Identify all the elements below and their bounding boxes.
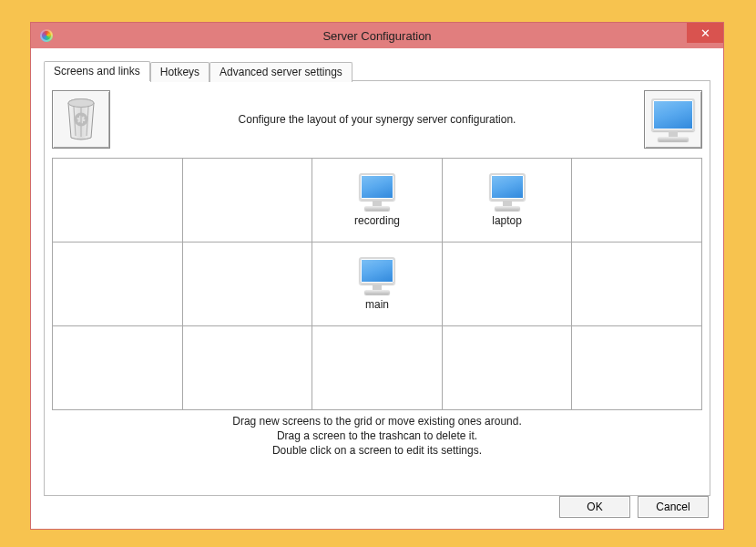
tab-panel-screens-and-links: Configure the layout of your synergy ser…	[44, 80, 710, 496]
hint-line: Drag a screen to the trashcan to delete …	[52, 428, 702, 443]
grid-cell[interactable]	[53, 243, 183, 326]
ok-button[interactable]: OK	[559, 496, 630, 518]
grid-cell[interactable]	[53, 159, 183, 243]
grid-cell[interactable]	[442, 243, 572, 326]
grid-cell[interactable]: main	[312, 243, 443, 326]
close-button[interactable]: ✕	[687, 23, 723, 43]
tabs: Screens and links Hotkeys Advanced serve…	[44, 61, 710, 81]
grid-cell[interactable]	[312, 326, 443, 410]
grid-cell[interactable]	[182, 326, 312, 410]
instructions-text: Configure the layout of your synergy ser…	[110, 113, 644, 126]
new-screen-source[interactable]	[644, 90, 702, 149]
tab-label: Advanced server settings	[220, 66, 342, 78]
monitor-icon	[359, 173, 395, 211]
grid-cell[interactable]	[182, 159, 312, 243]
trash-icon	[61, 96, 101, 143]
tab-screens-and-links[interactable]: Screens and links	[44, 61, 150, 81]
tab-label: Hotkeys	[160, 66, 199, 78]
grid-cell[interactable]	[182, 243, 312, 326]
hint-line: Drag new screens to the grid or move exi…	[52, 414, 702, 428]
grid-cell[interactable]	[572, 159, 702, 243]
button-label: OK	[587, 501, 602, 513]
monitor-icon	[489, 173, 526, 211]
window-title: Server Configuration	[31, 29, 723, 43]
client-area: Screens and links Hotkeys Advanced serve…	[31, 48, 723, 529]
close-icon: ✕	[700, 26, 710, 40]
grid-cell[interactable]	[572, 243, 702, 326]
titlebar[interactable]: Server Configuration ✕	[31, 23, 723, 48]
grid-cell[interactable]	[53, 326, 183, 410]
top-row: Configure the layout of your synergy ser…	[52, 88, 702, 150]
grid-cell[interactable]: laptop	[442, 159, 572, 243]
server-config-window: Server Configuration ✕ Screens and links…	[30, 22, 724, 530]
screens-grid[interactable]: recording laptop	[52, 158, 702, 410]
screen-label: laptop	[492, 214, 522, 227]
tab-label: Screens and links	[54, 65, 140, 77]
tab-advanced-server-settings[interactable]: Advanced server settings	[209, 62, 352, 82]
tab-hotkeys[interactable]: Hotkeys	[150, 62, 209, 82]
monitor-icon	[651, 98, 695, 141]
hints: Drag new screens to the grid or move exi…	[52, 414, 702, 459]
grid-cell[interactable]: recording	[312, 159, 443, 243]
monitor-icon	[359, 257, 395, 294]
grid-cell[interactable]	[572, 326, 702, 410]
cancel-button[interactable]: Cancel	[638, 496, 709, 518]
button-label: Cancel	[656, 501, 690, 513]
app-icon	[40, 29, 53, 42]
screen-label: recording	[354, 214, 400, 227]
trash-dropzone[interactable]	[52, 90, 110, 149]
hint-line: Double click on a screen to edit its set…	[52, 443, 702, 458]
dialog-buttons: OK Cancel	[44, 496, 710, 518]
screen-label: main	[365, 298, 389, 311]
grid-cell[interactable]	[442, 326, 572, 410]
svg-point-1	[68, 99, 94, 108]
